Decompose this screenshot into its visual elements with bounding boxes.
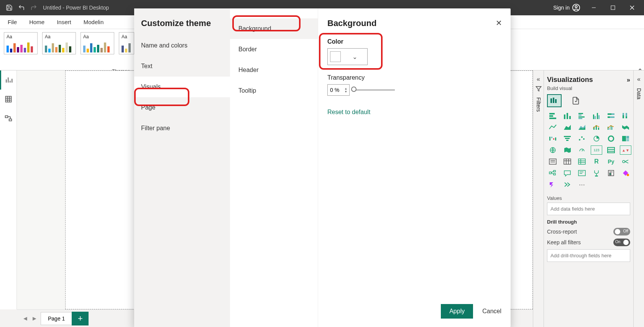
power-apps-icon[interactable] [620,168,631,178]
nav-page[interactable]: Page [134,97,230,118]
transparency-input[interactable]: 0 % ▴▾ [327,84,350,96]
save-icon[interactable] [3,2,15,14]
decomposition-tree-icon[interactable] [547,168,559,178]
donut-icon[interactable] [605,134,617,143]
spinner-icon[interactable]: ▴▾ [345,87,347,93]
svg-rect-3 [611,6,615,10]
waterfall-icon[interactable] [547,134,559,143]
more-options-icon[interactable]: ⋯ [576,180,588,189]
reset-to-default-link[interactable]: Reset to default [327,109,501,116]
table-icon[interactable] [562,157,573,166]
page-prev-button[interactable]: ◄ [21,315,30,322]
model-view-button[interactable] [0,109,16,128]
slicer-icon[interactable] [547,157,559,166]
treemap-icon[interactable] [620,134,631,143]
sign-in-button[interactable]: Sign in [550,3,583,12]
nav-text[interactable]: Text [134,56,230,77]
svg-point-63 [581,136,583,138]
goals-icon[interactable] [591,168,602,178]
subnav-header[interactable]: Header [230,60,318,80]
ribbon-chart-icon[interactable] [620,123,631,132]
svg-rect-16 [9,119,12,121]
map-icon[interactable] [547,146,559,155]
expand-viz-icon[interactable]: » [627,77,630,83]
color-field-label: Color [327,38,501,45]
stacked-column-icon[interactable] [562,111,573,120]
format-visual-tab[interactable] [568,94,583,107]
clustered-bar-icon[interactable] [576,111,588,120]
hundred-stacked-column-icon[interactable] [620,111,631,120]
theme-thumbnail[interactable]: Aa [4,32,38,54]
undo-icon[interactable] [15,2,28,14]
theme-thumbnail[interactable]: Aa [42,32,76,54]
stacked-area-icon[interactable] [576,123,588,132]
dialog-title: Customize theme [134,18,230,35]
matrix-icon[interactable] [576,157,588,166]
window-close-button[interactable] [623,0,641,15]
svg-rect-26 [564,114,565,119]
line-chart-icon[interactable] [547,123,559,132]
card-icon[interactable]: 123 [591,146,602,155]
svg-rect-20 [550,98,552,103]
funnel-icon[interactable] [562,134,573,143]
nav-name-and-colors[interactable]: Name and colors [134,35,230,56]
close-dialog-button[interactable]: ✕ [496,18,502,28]
smart-narrative-icon[interactable] [576,168,588,178]
multi-row-card-icon[interactable] [605,146,617,155]
table-view-button[interactable] [0,90,16,109]
add-page-button[interactable]: + [72,312,89,325]
nav-filter-pane[interactable]: Filter pane [134,118,230,139]
line-clustered-column-icon[interactable] [605,123,617,132]
more-visuals-icon[interactable] [562,180,573,189]
scatter-icon[interactable] [576,134,588,143]
area-chart-icon[interactable] [562,123,573,132]
theme-thumbnail[interactable]: Aa [80,32,114,54]
stacked-bar-icon[interactable] [547,111,559,120]
values-well[interactable]: Add data fields here [547,203,630,215]
transparency-slider[interactable] [353,89,395,91]
clustered-column-icon[interactable] [591,111,602,120]
hundred-stacked-bar-icon[interactable] [605,111,617,120]
theme-thumbnail[interactable]: Aa [119,32,134,54]
page-tab-1[interactable]: Page 1 [41,312,72,325]
line-stacked-column-icon[interactable] [591,123,602,132]
color-picker[interactable]: ⌄ [327,48,368,65]
maximize-button[interactable] [604,0,622,15]
nav-visuals[interactable]: Visuals [134,77,230,97]
filters-pane-collapsed[interactable]: « Filters [533,70,544,327]
svg-point-66 [608,136,614,141]
redo-icon[interactable] [28,2,40,14]
drillthrough-well[interactable]: Add drill-through fields here [547,249,630,262]
subnav-background[interactable]: Background [230,18,318,39]
expand-filters-icon[interactable]: « [537,76,540,83]
minimize-button[interactable] [585,0,603,15]
paginated-report-icon[interactable] [605,168,617,178]
report-view-button[interactable] [0,70,16,90]
subnav-border[interactable]: Border [230,39,318,60]
kpi-icon[interactable]: ▲▼ [620,146,631,155]
key-influencers-icon[interactable] [620,157,631,166]
ribbon-tab-modeling[interactable]: Modelin [84,19,104,25]
cancel-button[interactable]: Cancel [482,308,501,315]
cross-report-toggle[interactable]: Off [613,228,630,235]
pie-icon[interactable] [591,134,602,143]
page-next-button[interactable]: ► [30,315,39,322]
ribbon-tab-home[interactable]: Home [29,19,44,25]
data-pane-collapsed[interactable]: « Data [633,70,644,327]
ribbon-tab-file[interactable]: File [8,19,17,25]
sign-in-label: Sign in [553,5,570,11]
expand-data-icon[interactable]: « [637,76,641,83]
ribbon-tab-insert[interactable]: Insert [57,19,71,25]
window-title: Untitled - Power BI Desktop [43,5,109,11]
slider-handle[interactable] [351,87,356,92]
build-visual-tab[interactable] [547,94,562,107]
filled-map-icon[interactable] [562,146,573,155]
keep-all-filters-toggle[interactable]: On [613,239,630,246]
subnav-tooltip[interactable]: Tooltip [230,80,318,101]
python-visual-icon[interactable]: Py [605,157,617,166]
gauge-icon[interactable] [576,146,588,155]
apply-button[interactable]: Apply [441,304,473,319]
power-automate-icon[interactable] [547,180,559,189]
qa-visual-icon[interactable] [562,168,573,178]
r-visual-icon[interactable]: R [591,157,602,166]
